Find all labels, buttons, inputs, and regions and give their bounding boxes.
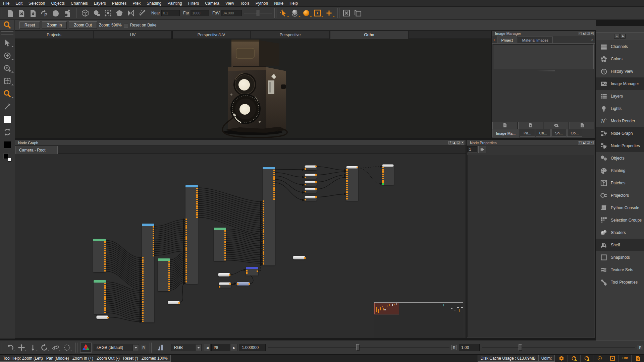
doc-down-orange-indicator[interactable]	[631, 355, 644, 362]
sidebar-item-lights[interactable]: Lights	[596, 102, 644, 115]
graph-node-node-k[interactable]	[246, 267, 258, 276]
polygon-button[interactable]	[114, 8, 125, 18]
projector-button[interactable]	[91, 8, 102, 18]
doc-import-button[interactable]	[27, 8, 39, 18]
sidebar-item-channels[interactable]: Channels	[596, 40, 644, 53]
menu-ptex[interactable]: Ptex	[129, 0, 144, 7]
fov-slider[interactable]	[244, 8, 272, 18]
window-button-2[interactable]: ❏	[586, 32, 590, 35]
menu-nuke[interactable]: Nuke	[271, 0, 286, 7]
fov-field[interactable]	[221, 10, 242, 16]
sidebar-item-python-console[interactable]: Python Console	[596, 201, 644, 214]
window-button-0[interactable]: ?	[448, 141, 452, 144]
graph-node-chan-g[interactable]	[185, 185, 198, 284]
sidebar-item-snapshots[interactable]: Snapshots	[596, 251, 644, 263]
window-button-1[interactable]: ▲	[582, 32, 586, 35]
node-graph-canvas[interactable]	[15, 154, 466, 338]
sidebar-item-projectors[interactable]: Projectors	[596, 189, 644, 201]
sidebar-item-shelf[interactable]: Shelf	[596, 239, 644, 251]
zoom-in-button[interactable]: Zoom In	[42, 21, 67, 29]
graph-node-src-e[interactable]	[158, 258, 170, 291]
box-expand-button[interactable]	[352, 8, 364, 18]
graph-node-chan-d[interactable]	[142, 224, 154, 322]
tool-swatch-bw[interactable]	[0, 151, 15, 164]
window-button-2[interactable]: ❏	[457, 141, 460, 144]
zoom-out-button[interactable]: Zoom Out	[69, 21, 97, 29]
pointer-mode-icon[interactable]: ➤	[620, 34, 626, 39]
menu-tools[interactable]: Tools	[237, 0, 253, 7]
window-button-1[interactable]: ▲	[452, 141, 456, 144]
square-dot-indicator[interactable]	[606, 355, 619, 362]
gain-slider[interactable]	[482, 343, 635, 353]
im-bottom-tab[interactable]: Image Ma...	[492, 129, 519, 137]
im-doc-down-button[interactable]	[570, 122, 595, 129]
graph-node-src-c[interactable]	[94, 280, 106, 314]
menu-layers[interactable]: Layers	[91, 0, 109, 7]
cube-button[interactable]	[79, 8, 91, 18]
exposure-reset-button[interactable]: R	[451, 345, 457, 350]
color-picker-button[interactable]	[80, 343, 92, 353]
graph-node-pill-l[interactable]	[218, 273, 230, 277]
sidebar-item-node-properties[interactable]: Node Properties	[596, 139, 644, 152]
nav-undo-button[interactable]	[4, 342, 16, 353]
node-graph-titlebar[interactable]: Node Graph ?▲❏✕	[15, 140, 466, 145]
graph-node-small-2[interactable]	[305, 174, 317, 179]
graph-node-colw-p[interactable]	[346, 166, 358, 201]
im-tab-project[interactable]: Project	[497, 37, 517, 43]
im-bottom-tab[interactable]: Ch...	[536, 129, 551, 137]
window-button-3[interactable]: ✕	[590, 32, 594, 35]
far-field[interactable]	[191, 10, 209, 16]
tool-swap-colors[interactable]	[0, 126, 15, 138]
gain-field[interactable]: 1.00	[459, 344, 480, 351]
gauge-warn-indicator[interactable]: !	[580, 355, 593, 362]
sidebar-item-node-graph[interactable]: Node Graph	[596, 127, 644, 139]
window-button-2[interactable]: ❏	[586, 141, 590, 144]
sidebar-item-image-manager[interactable]: Image Manager	[596, 77, 644, 90]
fstop-prev-button[interactable]: ◀	[204, 344, 211, 351]
sidebar-item-selection-groups[interactable]: Selection Groups	[596, 214, 644, 226]
viewport-tab-projects[interactable]: Projects	[15, 31, 93, 39]
circle-dot-indicator[interactable]	[593, 355, 606, 362]
im-doc-x-button[interactable]	[518, 122, 543, 129]
viewport[interactable]: ProjectsUVPerspective/UVPerspectiveOrtho	[15, 31, 491, 138]
graph-node-src-h[interactable]	[214, 228, 226, 261]
im-bottom-tab[interactable]: Sh...	[551, 129, 567, 137]
menu-camera[interactable]: Camera	[202, 0, 222, 7]
im-bottom-tab[interactable]: Ob...	[567, 129, 583, 137]
viewport-tab-perspective[interactable]: Perspective	[251, 31, 329, 39]
ptex-add-button[interactable]: P	[39, 8, 50, 18]
im-bottom-tab[interactable]: Pa...	[520, 129, 535, 137]
fstop-next-button[interactable]: ▶	[231, 344, 237, 351]
sidebar-item-painting[interactable]: Painting	[596, 164, 644, 177]
nav-rotate-button[interactable]	[39, 342, 50, 353]
fstop-field[interactable]: f/8	[211, 344, 230, 351]
ramp-button[interactable]	[155, 342, 166, 353]
exposure-slider[interactable]	[268, 343, 449, 353]
window-button-3[interactable]: ✕	[461, 141, 464, 144]
gain-reset-button[interactable]: R	[638, 345, 643, 350]
graph-node-colq-q[interactable]	[382, 164, 394, 185]
im-tab-material-images[interactable]: Material Images	[518, 37, 553, 43]
nav-down-button[interactable]	[27, 342, 39, 353]
node-properties-count-field[interactable]: 1	[467, 146, 477, 153]
graph-node-pill-m[interactable]	[219, 282, 231, 288]
graph-node-chan-i[interactable]	[263, 167, 275, 265]
box-x-button[interactable]	[341, 8, 352, 18]
tool-select-cursor[interactable]	[0, 37, 15, 49]
image-manager-titlebar[interactable]: Image Manager ?▲❏✕	[492, 31, 595, 36]
im-doc-up-button[interactable]	[492, 122, 518, 129]
sidebar-item-shaders[interactable]: Shaders	[596, 226, 644, 239]
paint-cursor-button[interactable]	[278, 8, 289, 18]
menu-python[interactable]: Python	[253, 0, 271, 7]
menu-selection[interactable]: Selection	[25, 0, 48, 7]
tool-warp-grid[interactable]	[0, 75, 15, 87]
image-manager-splitter[interactable]	[532, 70, 555, 71]
image-list-area[interactable]	[493, 44, 594, 69]
window-button-1[interactable]: ▲	[582, 141, 586, 144]
gauge-warn-indicator[interactable]: !	[568, 355, 580, 362]
sidebar-item-tool-properties[interactable]: Tool Properties	[596, 276, 644, 288]
tool-swatch-white[interactable]	[0, 113, 15, 126]
colorspace-reset-button[interactable]: R	[141, 345, 146, 350]
node-properties-pin-button[interactable]	[478, 146, 486, 153]
doc-new-button[interactable]	[4, 8, 16, 18]
